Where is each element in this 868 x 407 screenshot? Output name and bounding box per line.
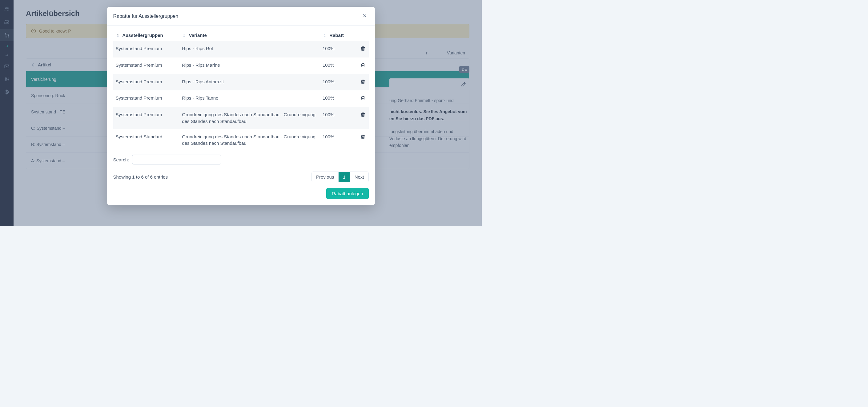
trash-icon [360,48,366,52]
delete-row-button[interactable] [360,78,366,86]
trash-icon [360,81,366,86]
trash-icon [360,136,366,140]
table-row: Systemstand PremiumRips - Rips Tanne100% [113,90,369,107]
search-label: Search: [113,157,129,162]
cell-variant: Grundreinigung des Standes nach Standauf… [180,129,320,151]
table-footer: Showing 1 to 6 of 6 entries Previous 1 N… [113,167,369,182]
search-row: Search: [113,151,369,167]
cell-discount: 100% [320,129,353,151]
sort-icon [182,34,186,38]
pagination-previous[interactable]: Previous [312,172,338,182]
col-header-discount[interactable]: Rabatt [320,30,353,41]
trash-icon [360,64,366,69]
delete-row-button[interactable] [360,95,366,102]
modal-header: Rabatte für Ausstellergruppen [107,7,375,26]
col-label: Ausstellergruppen [122,33,163,38]
discount-modal: Rabatte für Ausstellergruppen Aussteller… [107,7,375,205]
pagination-page-1[interactable]: 1 [338,172,350,182]
col-label: Rabatt [329,33,344,38]
delete-row-button[interactable] [360,133,366,141]
col-header-variant[interactable]: Variante [180,30,320,41]
trash-icon [360,114,366,118]
delete-row-button[interactable] [360,111,366,119]
cell-discount: 100% [320,90,353,107]
search-input[interactable] [132,155,221,165]
sort-asc-icon [116,34,120,38]
delete-row-button[interactable] [360,62,366,69]
modal-close-button[interactable] [361,12,369,21]
cell-group: Systemstand Standard [113,129,180,151]
cell-group: Systemstand Premium [113,58,180,74]
modal-title: Rabatte für Ausstellergruppen [113,13,179,19]
cell-group: Systemstand Premium [113,74,180,91]
entries-info: Showing 1 to 6 of 6 entries [113,174,168,179]
pagination-next[interactable]: Next [350,172,368,182]
cell-discount: 100% [320,58,353,74]
table-row: Systemstand PremiumRips - Rips Anthrazit… [113,74,369,91]
table-row: Systemstand PremiumRips - Rips Rot100% [113,41,369,58]
table-row: Systemstand PremiumGrundreinigung des St… [113,107,369,129]
cell-group: Systemstand Premium [113,90,180,107]
cell-discount: 100% [320,107,353,129]
cell-variant: Grundreinigung des Standes nach Standauf… [180,107,320,129]
close-icon [362,13,368,19]
cell-group: Systemstand Premium [113,41,180,58]
table-row: Systemstand PremiumRips - Rips Marine100… [113,58,369,74]
pagination: Previous 1 Next [311,172,369,182]
col-header-group[interactable]: Ausstellergruppen [113,30,180,41]
delete-row-button[interactable] [360,45,366,53]
cell-discount: 100% [320,74,353,91]
col-header-action [353,30,369,41]
modal-actions: Rabatt anlegen [113,182,369,199]
discount-table: Ausstellergruppen Variante Rabatt [113,30,369,151]
cell-discount: 100% [320,41,353,58]
cell-variant: Rips - Rips Marine [180,58,320,74]
sort-icon [322,34,327,38]
cell-variant: Rips - Rips Rot [180,41,320,58]
table-row: Systemstand StandardGrundreinigung des S… [113,129,369,151]
cell-variant: Rips - Rips Anthrazit [180,74,320,91]
create-discount-button[interactable]: Rabatt anlegen [326,188,369,199]
cell-variant: Rips - Rips Tanne [180,90,320,107]
cell-group: Systemstand Premium [113,107,180,129]
col-label: Variante [189,33,207,38]
trash-icon [360,97,366,102]
modal-body: Ausstellergruppen Variante Rabatt [107,26,375,205]
